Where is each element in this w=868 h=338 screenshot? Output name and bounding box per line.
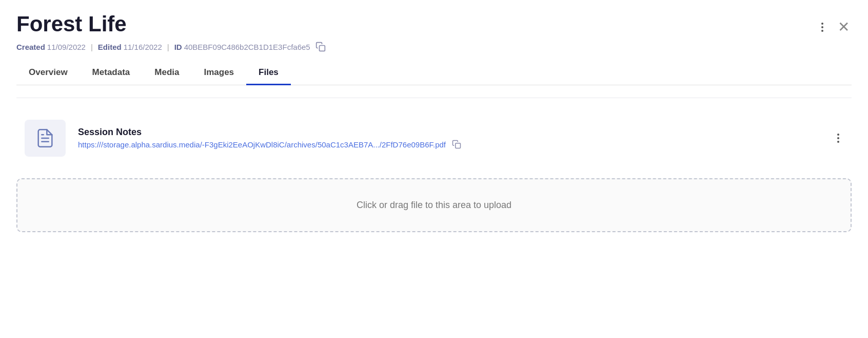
page-container: Forest Life ✕ Created 11/09/2022 | Edite… bbox=[0, 0, 868, 249]
content-area: Session Notes https:///storage.alpha.sar… bbox=[16, 85, 852, 232]
copy-file-url-button[interactable] bbox=[452, 140, 461, 149]
tab-overview[interactable]: Overview bbox=[16, 62, 80, 85]
sep-1: | bbox=[91, 43, 93, 51]
page-title: Forest Life bbox=[16, 12, 127, 36]
file-name: Session Notes bbox=[78, 127, 827, 138]
header-actions: ✕ bbox=[819, 16, 852, 37]
file-document-icon bbox=[35, 128, 55, 148]
header-row: Forest Life ✕ bbox=[16, 12, 852, 37]
content-divider bbox=[16, 98, 852, 98]
tab-images[interactable]: Images bbox=[191, 62, 246, 85]
file-info: Session Notes https:///storage.alpha.sar… bbox=[78, 127, 827, 149]
copy-icon-svg bbox=[315, 42, 326, 52]
close-button[interactable]: ✕ bbox=[836, 16, 852, 37]
file-icon-box bbox=[25, 120, 66, 157]
svg-rect-4 bbox=[456, 143, 461, 148]
upload-dropzone[interactable]: Click or drag file to this area to uploa… bbox=[16, 178, 852, 232]
created-date: 11/09/2022 bbox=[47, 43, 86, 51]
copy-id-button[interactable] bbox=[315, 42, 326, 52]
file-more-vert-icon bbox=[837, 133, 839, 144]
edited-label: Edited bbox=[98, 43, 122, 51]
id-value: 40BEBF09C486b2CB1D1E3Fcfa6e5 bbox=[184, 43, 310, 51]
edited-date: 11/16/2022 bbox=[124, 43, 162, 51]
created-label: Created bbox=[16, 43, 45, 51]
sep-2: | bbox=[167, 43, 169, 51]
tab-media[interactable]: Media bbox=[142, 62, 191, 85]
file-item: Session Notes https:///storage.alpha.sar… bbox=[16, 110, 852, 166]
id-label: ID bbox=[174, 43, 182, 51]
upload-label: Click or drag file to this area to uploa… bbox=[357, 200, 511, 210]
tab-metadata[interactable]: Metadata bbox=[80, 62, 143, 85]
close-icon: ✕ bbox=[838, 18, 850, 35]
file-url-text: https:///storage.alpha.sardius.media/-F3… bbox=[78, 140, 446, 149]
tabs-row: Overview Metadata Media Images Files bbox=[16, 62, 852, 85]
more-vert-icon bbox=[821, 22, 823, 33]
svg-rect-0 bbox=[319, 46, 325, 51]
file-url: https:///storage.alpha.sardius.media/-F3… bbox=[78, 140, 827, 149]
meta-row: Created 11/09/2022 | Edited 11/16/2022 |… bbox=[16, 42, 852, 52]
file-more-options-button[interactable] bbox=[833, 130, 843, 146]
tab-files[interactable]: Files bbox=[246, 62, 291, 85]
copy-url-icon bbox=[452, 140, 461, 149]
more-options-button[interactable] bbox=[819, 20, 825, 35]
